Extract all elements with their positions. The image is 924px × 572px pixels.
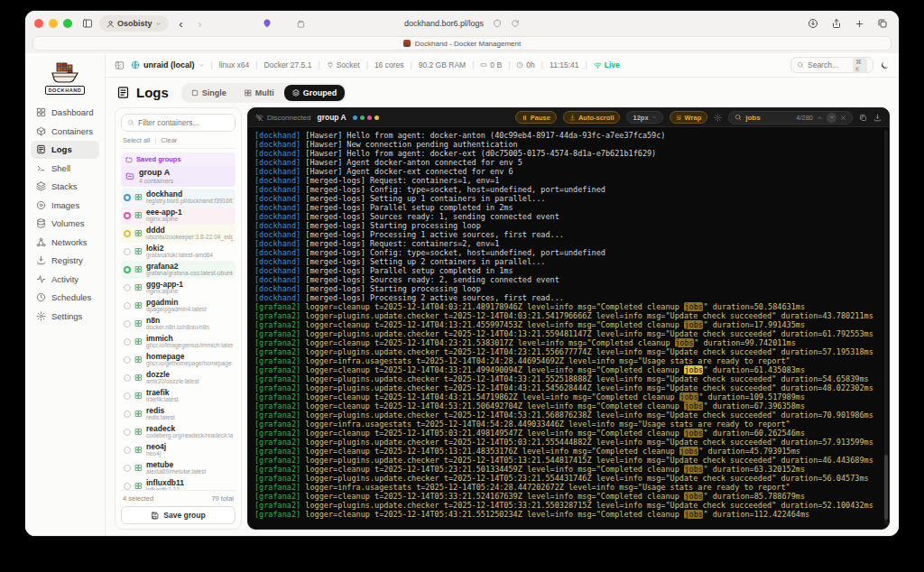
pause-button[interactable]: Pause	[515, 111, 557, 124]
shield-icon[interactable]	[493, 19, 502, 28]
filter-containers-box[interactable]	[121, 114, 236, 132]
container-row-homepage[interactable]: homepage ghcr.io/gethomepage/homepage:la…	[121, 351, 236, 369]
forward-button[interactable]: ›	[194, 17, 207, 31]
previous-match-icon[interactable]	[817, 115, 823, 121]
font-size-select[interactable]: 12px	[626, 111, 662, 124]
container-row-grafana2[interactable]: grafana2 grafana/grafana-oss:latest-ubun…	[121, 261, 236, 279]
sidebar-item-containers[interactable]: Containers	[31, 123, 99, 141]
container-row-eee-app-1[interactable]: eee-app-1 nginx:alpine	[121, 207, 236, 225]
tab-grouped[interactable]: Grouped	[284, 85, 346, 101]
address-bar[interactable]: dockhand.bor6.pl/logs	[404, 11, 520, 36]
sidebar-item-shell[interactable]: Shell	[31, 160, 99, 178]
auto-scroll-button[interactable]: Auto-scroll	[563, 111, 621, 124]
stat-11-15-41: 11:15:41	[550, 60, 578, 69]
log-line: [grafana2] logger=plugins.update.checker…	[254, 501, 882, 510]
container-select-dot[interactable]	[124, 194, 131, 201]
container-select-dot[interactable]	[124, 266, 131, 273]
container-select-dot[interactable]	[124, 411, 131, 418]
container-row-neo4j[interactable]: neo4j neo4j	[121, 441, 236, 459]
new-tab-icon[interactable]	[855, 19, 864, 29]
extension-purple-icon[interactable]	[262, 18, 273, 29]
back-button[interactable]: ‹	[175, 17, 188, 31]
browser-sidebar-toggle-icon[interactable]	[82, 18, 93, 29]
filter-containers-input[interactable]	[138, 118, 229, 127]
wifi-off-icon	[255, 114, 263, 122]
zoom-window-button[interactable]	[63, 19, 72, 28]
sidebar-item-schedules[interactable]: Schedules	[31, 289, 99, 307]
container-select-dot[interactable]	[124, 230, 131, 237]
container-row-dockhand[interactable]: dockhand registry.bor6.pl/dockhand:f3916…	[121, 189, 236, 207]
reload-icon[interactable]	[511, 19, 520, 28]
container-row-loki2[interactable]: loki2 grafana/loki:latest-amd64	[121, 243, 236, 261]
profile-button[interactable]: Osobisty	[99, 15, 169, 32]
container-select-dot[interactable]	[124, 320, 131, 328]
container-image: amir20/dozzle:latest	[146, 379, 199, 385]
container-row-ggg-app-1[interactable]: ggg-app-1 nginx:alpine	[121, 279, 236, 297]
sidebar-item-images[interactable]: Images	[31, 197, 99, 215]
sidebar-item-dashboard[interactable]: Dashboard	[31, 104, 99, 122]
tab-overview-icon[interactable]	[877, 18, 888, 29]
log-search-input[interactable]	[745, 114, 792, 122]
container-select-dot[interactable]	[124, 483, 131, 490]
container-select-dot[interactable]	[124, 465, 131, 472]
log-scrollbar[interactable]	[884, 130, 888, 525]
global-search[interactable]: ⌘ K	[790, 57, 873, 73]
container-select-dot[interactable]	[124, 374, 131, 382]
container-row-influxdb11[interactable]: influxdb11 influxdb:1.11	[121, 477, 236, 490]
clear-link[interactable]: Clear	[161, 136, 177, 144]
environment-selector[interactable]: unraid (local)	[131, 60, 205, 69]
scrollbar-thumb[interactable]	[884, 455, 888, 520]
share-icon[interactable]	[831, 18, 842, 29]
container-select-dot[interactable]	[124, 392, 131, 400]
container-row-redis[interactable]: redis redis:latest	[121, 405, 236, 423]
container-select-dot[interactable]	[124, 302, 131, 309]
extension-gray-icon[interactable]	[296, 19, 306, 29]
sidebar-item-stacks[interactable]: Stacks	[31, 178, 99, 196]
sidebar-item-registry[interactable]: Registry	[31, 252, 99, 270]
square-icon	[191, 89, 199, 97]
container-select-dot[interactable]	[124, 248, 131, 255]
sidebar-item-networks[interactable]: Networks	[31, 234, 99, 252]
container-row-pgadmin[interactable]: pgadmin dpage/pgadmin4:latest	[121, 297, 236, 315]
container-row-traefik[interactable]: traefik traefik:latest	[121, 387, 236, 405]
log-line: [grafana2] logger=plugins.update.checker…	[254, 347, 882, 356]
select-all-link[interactable]: Select all	[123, 136, 150, 144]
container-select-dot[interactable]	[124, 284, 131, 291]
tab-single[interactable]: Single	[183, 85, 235, 101]
container-row-dozzle[interactable]: dozzle amir20/dozzle:latest	[121, 369, 236, 387]
dark-mode-toggle-icon[interactable]	[880, 60, 890, 70]
container-select-dot[interactable]	[124, 356, 131, 364]
download-logs-icon[interactable]	[873, 114, 882, 122]
clear-search-icon[interactable]	[840, 115, 846, 121]
container-select-dot[interactable]	[124, 338, 131, 346]
panel-collapse-icon[interactable]	[115, 60, 125, 70]
sidebar-item-logs[interactable]: Logs	[31, 141, 99, 159]
log-search-box[interactable]: 4/280	[728, 111, 853, 125]
browser-tab[interactable]: Dockhand - Docker Management	[32, 36, 892, 51]
search-icon	[797, 61, 804, 69]
tab-multi[interactable]: Multi	[236, 85, 282, 101]
global-search-input[interactable]	[808, 60, 849, 69]
container-row-immich[interactable]: immich ghcr.io/imagegenius/immich:latest	[121, 333, 236, 351]
container-select-dot[interactable]	[124, 429, 131, 436]
log-settings-icon[interactable]	[714, 114, 722, 122]
container-row-dddd[interactable]: dddd ubuntu/zookeeper:3.8-22.04_edge	[121, 225, 236, 243]
container-select-dot[interactable]	[124, 212, 131, 219]
container-row-metube[interactable]: metube alexta69/metube:latest	[121, 459, 236, 477]
sidebar-item-activity[interactable]: Activity	[31, 271, 99, 289]
container-image: ubuntu/zookeeper:3.8-22.04_edge	[146, 235, 233, 241]
next-match-button[interactable]	[827, 113, 836, 123]
saved-group-item[interactable]: group A 4 containers	[121, 166, 236, 187]
close-window-button[interactable]	[34, 19, 43, 28]
save-group-button[interactable]: Save group	[121, 506, 236, 524]
log-output[interactable]: [dockhand] [Hawser] Hello from agent: do…	[248, 127, 889, 529]
sidebar-item-settings[interactable]: Settings	[31, 308, 99, 326]
downloads-icon[interactable]	[808, 18, 818, 29]
copy-logs-icon[interactable]	[859, 114, 867, 122]
wrap-button[interactable]: Wrap	[670, 111, 708, 124]
sidebar-item-volumes[interactable]: Volumes	[31, 215, 99, 233]
container-row-n8n[interactable]: n8n docker.n8n.io/n8nio/n8n	[121, 315, 236, 333]
container-row-readeck[interactable]: readeck codeberg.org/readeck/readeck:lat…	[121, 423, 236, 441]
minimize-window-button[interactable]	[49, 19, 58, 28]
container-select-dot[interactable]	[124, 447, 131, 454]
